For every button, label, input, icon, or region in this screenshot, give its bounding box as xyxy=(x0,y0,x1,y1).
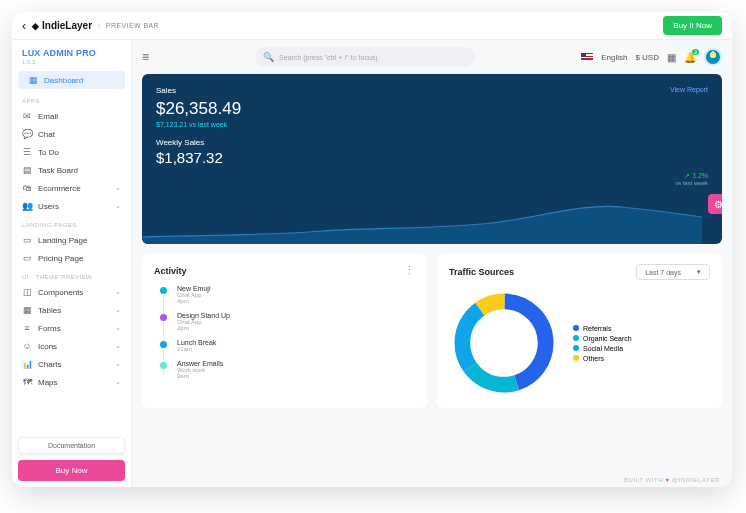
legend-dot xyxy=(573,325,579,331)
chevron-down-icon: ⌄ xyxy=(115,324,121,332)
legend-item: Organic Search xyxy=(573,335,632,342)
activity-item-title: Lunch Break xyxy=(177,339,216,346)
chevron-down-icon: ⌄ xyxy=(115,360,121,368)
more-icon[interactable]: ⋮ xyxy=(404,264,415,277)
sidebar-item-pricing[interactable]: ▭Pricing Page xyxy=(12,249,131,267)
sidebar-item-todo[interactable]: ☰To Do xyxy=(12,143,131,161)
sales-sparkline xyxy=(142,189,702,244)
legend-item: Social Media xyxy=(573,345,632,352)
sidebar: LUX ADMIN PRO 1.0.3 ▦ Dashboard APPS ✉Em… xyxy=(12,40,132,487)
sidebar-item-dashboard[interactable]: ▦ Dashboard xyxy=(18,71,125,89)
legend-label: Referrals xyxy=(583,325,611,332)
activity-item-time: 4pm xyxy=(177,298,210,304)
heart-icon: ♥ xyxy=(666,477,670,483)
maps-icon: 🗺 xyxy=(22,377,32,387)
currency-selector[interactable]: $ USD xyxy=(635,53,659,62)
activity-title: Activity xyxy=(154,266,187,276)
search-input[interactable]: 🔍 Search (press "ctrl + /" to focus) xyxy=(255,47,475,67)
activity-item-time: 11am xyxy=(177,346,216,352)
search-icon: 🔍 xyxy=(263,52,274,62)
notification-badge: 2 xyxy=(692,49,699,55)
settings-fab[interactable]: ⚙ xyxy=(708,194,722,214)
flag-icon[interactable] xyxy=(581,53,593,61)
chevron-down-icon: ⌄ xyxy=(115,342,121,350)
sidebar-item-charts[interactable]: 📊Charts⌄ xyxy=(12,355,131,373)
sidebar-item-email[interactable]: ✉Email xyxy=(12,107,131,125)
date-range-dropdown[interactable]: Last 7 days ▾ xyxy=(636,264,710,280)
tables-icon: ▦ xyxy=(22,305,32,315)
trend-percent: ↗ 3.2% xyxy=(675,172,708,180)
activity-dot xyxy=(160,287,167,294)
email-icon: ✉ xyxy=(22,111,32,121)
buy-it-now-button[interactable]: Buy It Now xyxy=(663,16,722,35)
gear-icon: ⚙ xyxy=(714,199,723,210)
section-theme: UI - THEME PREVIEW xyxy=(12,267,131,283)
traffic-title: Traffic Sources xyxy=(449,267,514,277)
avatar[interactable] xyxy=(704,48,722,66)
preview-bar: ‹ IndieLayer | PREVIEW BAR Buy It Now xyxy=(12,12,732,40)
footer: BUILT WITH ♥ @INDIELAYER xyxy=(132,473,732,487)
sidebar-item-forms[interactable]: ≡Forms⌄ xyxy=(12,319,131,337)
activity-item[interactable]: Answer EmailsWork work9am xyxy=(160,360,415,379)
activity-item[interactable]: New EmojiChat App4pm xyxy=(160,285,415,304)
documentation-button[interactable]: Documentation xyxy=(18,437,125,454)
activity-dot xyxy=(160,362,167,369)
traffic-donut-chart xyxy=(449,288,559,398)
section-landing: LANDING PAGES xyxy=(12,215,131,231)
activity-item[interactable]: Design Stand UpChat App2pm xyxy=(160,312,415,331)
menu-icon[interactable]: ≡ xyxy=(142,50,149,64)
language-selector[interactable]: English xyxy=(601,53,627,62)
traffic-legend: ReferralsOrganic SearchSocial MediaOther… xyxy=(573,325,632,362)
legend-dot xyxy=(573,335,579,341)
section-apps: APPS xyxy=(12,91,131,107)
sidebar-item-ecommerce[interactable]: 🛍Ecommerce⌄ xyxy=(12,179,131,197)
components-icon: ◫ xyxy=(22,287,32,297)
pricing-icon: ▭ xyxy=(22,253,32,263)
activity-item[interactable]: Lunch Break11am xyxy=(160,339,415,352)
taskboard-icon: ▤ xyxy=(22,165,32,175)
sidebar-item-components[interactable]: ◫Components⌄ xyxy=(12,283,131,301)
bell-icon[interactable]: 🔔2 xyxy=(684,52,696,63)
chevron-down-icon: ⌄ xyxy=(115,378,121,386)
topbar: ≡ 🔍 Search (press "ctrl + /" to focus) E… xyxy=(132,40,732,74)
legend-item: Referrals xyxy=(573,325,632,332)
apps-grid-icon[interactable]: ▦ xyxy=(667,52,676,63)
activity-item-time: 9am xyxy=(177,373,223,379)
sidebar-item-tables[interactable]: ▦Tables⌄ xyxy=(12,301,131,319)
sales-comparison: $7,123.21 vs last week xyxy=(156,121,708,128)
sidebar-item-landing[interactable]: ▭Landing Page xyxy=(12,231,131,249)
chat-icon: 💬 xyxy=(22,129,32,139)
traffic-card: Traffic Sources Last 7 days ▾ xyxy=(437,254,722,408)
sidebar-item-users[interactable]: 👥Users⌄ xyxy=(12,197,131,215)
chevron-down-icon: ⌄ xyxy=(115,202,121,210)
footer-author[interactable]: @INDIELAYER xyxy=(672,477,720,483)
legend-dot xyxy=(573,355,579,361)
activity-dot xyxy=(160,341,167,348)
sidebar-item-icons[interactable]: ☺Icons⌄ xyxy=(12,337,131,355)
dashboard-icon: ▦ xyxy=(28,75,38,85)
ecommerce-icon: 🛍 xyxy=(22,183,32,193)
view-report-link[interactable]: View Report xyxy=(670,86,708,95)
users-icon: 👥 xyxy=(22,201,32,211)
legend-item: Others xyxy=(573,355,632,362)
sidebar-item-taskboard[interactable]: ▤Task Board xyxy=(12,161,131,179)
chevron-down-icon: ▾ xyxy=(697,268,701,276)
back-icon[interactable]: ‹ xyxy=(22,19,26,33)
sales-card: Sales View Report $26,358.49 $7,123.21 v… xyxy=(142,74,722,244)
legend-label: Others xyxy=(583,355,604,362)
sidebar-item-chat[interactable]: 💬Chat xyxy=(12,125,131,143)
landing-icon: ▭ xyxy=(22,235,32,245)
weekly-sales-title: Weekly Sales xyxy=(156,138,708,147)
preview-label: PREVIEW BAR xyxy=(106,22,159,29)
legend-label: Organic Search xyxy=(583,335,632,342)
activity-item-title: Design Stand Up xyxy=(177,312,230,319)
chevron-down-icon: ⌄ xyxy=(115,184,121,192)
activity-item-title: Answer Emails xyxy=(177,360,223,367)
activity-item-title: New Emoji xyxy=(177,285,210,292)
buy-now-button[interactable]: Buy Now xyxy=(18,460,125,481)
brand-logo[interactable]: IndieLayer xyxy=(32,20,92,31)
weekly-sales-amount: $1,837.32 xyxy=(156,149,708,166)
forms-icon: ≡ xyxy=(22,323,32,333)
sidebar-item-maps[interactable]: 🗺Maps⌄ xyxy=(12,373,131,391)
activity-dot xyxy=(160,314,167,321)
